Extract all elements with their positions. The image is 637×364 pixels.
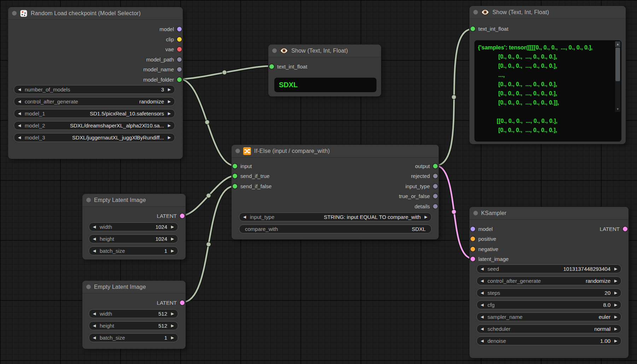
input-dot-text-int-float[interactable]	[269, 64, 274, 69]
increment-arrow-icon[interactable]: ▶	[421, 213, 431, 221]
widget-control-after-generate[interactable]: ◀ control_after_generate randomize ▶	[477, 276, 621, 285]
increment-arrow-icon[interactable]: ▶	[610, 265, 621, 273]
collapse-dot[interactable]	[86, 285, 91, 289]
output-dot-model[interactable]	[177, 27, 182, 31]
output-dot-latent[interactable]	[180, 300, 185, 305]
widget-batch-size[interactable]: ◀ batch_size 1 ▶	[89, 246, 178, 255]
increment-arrow-icon[interactable]: ▶	[167, 247, 178, 255]
increment-arrow-icon[interactable]: ▶	[610, 301, 621, 309]
scrollbar-thumb[interactable]	[615, 48, 620, 81]
widget-cfg[interactable]: ◀ cfg 8.0 ▶	[477, 300, 621, 309]
link-latent2-to-send-if-false[interactable]	[182, 186, 235, 302]
node-titlebar[interactable]: Random Load checkpoint (Model Selector)	[8, 7, 183, 20]
increment-arrow-icon[interactable]: ▶	[164, 97, 175, 106]
decrement-arrow-icon[interactable]: ◀	[89, 310, 100, 318]
widget-denoise[interactable]: ◀ denoise 1.00 ▶	[477, 336, 621, 345]
decrement-arrow-icon[interactable]: ◀	[89, 247, 100, 255]
output-dot-model-name[interactable]	[177, 67, 182, 72]
decrement-arrow-icon[interactable]: ◀	[89, 223, 100, 231]
output-dot-model-folder[interactable]	[177, 77, 182, 82]
link-model-folder-to-show[interactable]	[180, 66, 271, 79]
increment-arrow-icon[interactable]: ▶	[164, 109, 175, 118]
widget-model-3[interactable]: ◀ model_3 SDXL/juggernautXL_juggXlByRund…	[14, 133, 175, 142]
input-dot-send-if-false[interactable]	[233, 184, 237, 189]
increment-arrow-icon[interactable]: ▶	[164, 133, 175, 142]
output-dot-latent[interactable]	[180, 214, 185, 218]
collapse-dot[interactable]	[473, 211, 478, 215]
output-dot-true-or-false[interactable]	[433, 194, 438, 198]
input-dot-input[interactable]	[233, 164, 237, 168]
decrement-arrow-icon[interactable]: ◀	[477, 289, 487, 297]
widget-height[interactable]: ◀ height 1024 ▶	[89, 234, 178, 243]
collapse-dot[interactable]	[235, 149, 240, 153]
input-dot-latent-image[interactable]	[471, 257, 475, 261]
widget-number-of-models[interactable]: ◀ number_of_models 3 ▶	[14, 85, 175, 94]
increment-arrow-icon[interactable]: ▶	[167, 310, 178, 318]
decrement-arrow-icon[interactable]: ◀	[477, 313, 487, 321]
decrement-arrow-icon[interactable]: ◀	[239, 213, 250, 221]
widget-width[interactable]: ◀ width 512 ▶	[89, 309, 178, 318]
output-dot-model-path[interactable]	[177, 57, 182, 62]
collapse-dot[interactable]	[272, 48, 277, 53]
node-empty-latent-image-2[interactable]: Empty Latent Image LATENT ◀ width 512 ▶ …	[82, 281, 186, 349]
increment-arrow-icon[interactable]: ▶	[610, 289, 621, 297]
decrement-arrow-icon[interactable]: ◀	[477, 277, 487, 285]
decrement-arrow-icon[interactable]: ◀	[477, 325, 487, 333]
node-titlebar[interactable]: Show (Text, Int, Float)	[268, 44, 381, 57]
node-titlebar[interactable]: Show (Text, Int, Float)	[469, 6, 626, 19]
link-model-folder-to-ifelse-input[interactable]	[180, 79, 235, 166]
decrement-arrow-icon[interactable]: ◀	[14, 109, 25, 118]
node-show-top-right[interactable]: Show (Text, Int, Float) text_int_float {…	[469, 6, 626, 144]
output-dot-clip[interactable]	[177, 37, 182, 42]
output-dot-latent[interactable]	[623, 227, 627, 231]
decrement-arrow-icon[interactable]: ◀	[477, 265, 487, 273]
widget-sampler-name[interactable]: ◀ sampler_name euler ▶	[477, 312, 621, 321]
input-dot-send-if-true[interactable]	[233, 174, 237, 178]
collapse-dot[interactable]	[12, 11, 17, 16]
widget-width[interactable]: ◀ width 1024 ▶	[89, 222, 178, 231]
scrollbar[interactable]: ▲ ▼	[615, 41, 620, 112]
widget-seed[interactable]: ◀ seed 1013137448293404 ▶	[477, 264, 621, 273]
node-graph-canvas[interactable]: Random Load checkpoint (Model Selector) …	[0, 0, 637, 364]
node-titlebar[interactable]: Empty Latent Image	[82, 281, 186, 293]
decrement-arrow-icon[interactable]: ◀	[89, 322, 100, 330]
text-display[interactable]: SDXL	[275, 78, 376, 92]
collapse-dot[interactable]	[86, 198, 91, 202]
node-empty-latent-image-1[interactable]: Empty Latent Image LATENT ◀ width 1024 ▶…	[82, 194, 186, 259]
output-dot-rejected[interactable]	[433, 174, 438, 178]
link-latent1-to-send-if-true[interactable]	[182, 176, 235, 215]
increment-arrow-icon[interactable]: ▶	[164, 85, 175, 94]
increment-arrow-icon[interactable]: ▶	[167, 235, 178, 243]
widget-scheduler[interactable]: ◀ scheduler normal ▶	[477, 324, 621, 333]
link-ifelse-output-to-ksampler-latent[interactable]	[436, 166, 473, 258]
increment-arrow-icon[interactable]: ▶	[610, 325, 621, 333]
input-dot-positive[interactable]	[471, 237, 475, 241]
input-dot-model[interactable]	[471, 227, 475, 231]
node-if-else[interactable]: If-Else (input / compare_with) input sen…	[232, 145, 439, 239]
node-titlebar[interactable]: If-Else (input / compare_with)	[232, 145, 439, 157]
node-random-load-checkpoint[interactable]: Random Load checkpoint (Model Selector) …	[8, 7, 183, 159]
increment-arrow-icon[interactable]: ▶	[167, 334, 178, 342]
decrement-arrow-icon[interactable]: ◀	[477, 301, 487, 309]
widget-batch-size[interactable]: ◀ batch_size 1 ▶	[89, 333, 178, 342]
node-ksampler[interactable]: KSampler model positive negative latent_…	[469, 207, 629, 358]
output-dot-vae[interactable]	[177, 47, 182, 52]
decrement-arrow-icon[interactable]: ◀	[89, 334, 100, 342]
widget-model-1[interactable]: ◀ model_1 SD1.5/picxReal_10.safetensors …	[14, 109, 175, 118]
widget-control-after-generate[interactable]: ◀ control_after_generate randomize ▶	[14, 97, 175, 106]
input-dot-negative[interactable]	[471, 247, 475, 251]
widget-model-2[interactable]: ◀ model_2 SDXL/dreamshaperXL_alpha2Xl10.…	[14, 121, 175, 130]
scroll-up-icon[interactable]: ▲	[615, 41, 620, 47]
node-show-mid[interactable]: Show (Text, Int, Float) text_int_float S…	[268, 44, 381, 96]
collapse-dot[interactable]	[473, 10, 478, 14]
increment-arrow-icon[interactable]: ▶	[610, 337, 621, 345]
text-display[interactable]: {'samples': tensor([[[[0., 0., 0., ..., …	[475, 41, 621, 141]
decrement-arrow-icon[interactable]: ◀	[89, 235, 100, 243]
increment-arrow-icon[interactable]: ▶	[167, 223, 178, 231]
increment-arrow-icon[interactable]: ▶	[610, 313, 621, 321]
decrement-arrow-icon[interactable]: ◀	[14, 121, 25, 130]
node-titlebar[interactable]: Empty Latent Image	[82, 194, 186, 207]
decrement-arrow-icon[interactable]: ◀	[14, 97, 25, 106]
increment-arrow-icon[interactable]: ▶	[610, 277, 621, 285]
decrement-arrow-icon[interactable]: ◀	[14, 85, 25, 94]
